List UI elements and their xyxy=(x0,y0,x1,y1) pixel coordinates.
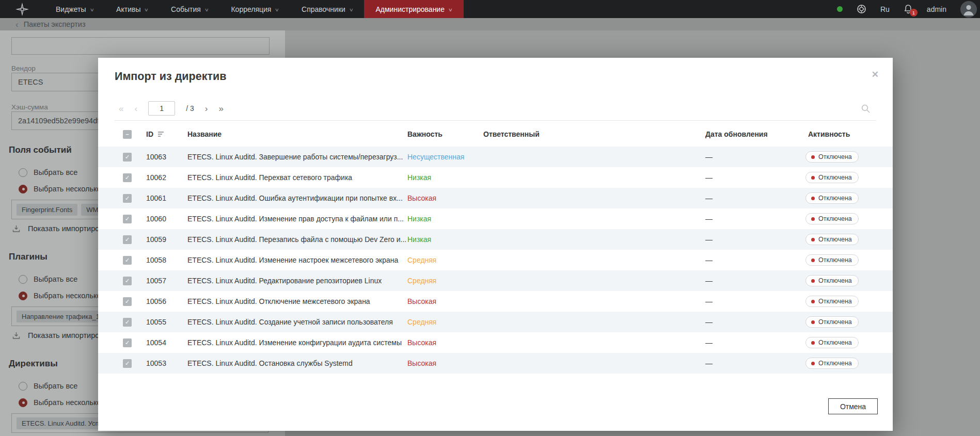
status-badge: Отключена xyxy=(805,254,859,266)
status-dot-icon xyxy=(811,155,815,159)
row-severity: Высокая xyxy=(407,297,483,305)
avatar[interactable] xyxy=(960,1,977,18)
table-row[interactable]: ✓ 10062 ETECS. Linux Auditd. Перехват се… xyxy=(98,167,893,188)
row-checkbox[interactable]: ✓ xyxy=(123,297,132,306)
table-row[interactable]: ✓ 10059 ETECS. Linux Auditd. Перезапись … xyxy=(98,229,893,250)
row-checkbox[interactable]: ✓ xyxy=(123,359,132,368)
row-name: ETECS. Linux Auditd. Отключение межсетев… xyxy=(187,297,407,305)
row-checkbox[interactable]: ✓ xyxy=(123,173,132,182)
status-label: Отключена xyxy=(818,195,852,202)
row-id: 10061 xyxy=(146,194,187,202)
nav-item-label: Виджеты xyxy=(56,5,86,13)
page-number-input[interactable] xyxy=(148,101,175,116)
row-name: ETECS. Linux Auditd. Остановка службы Sy… xyxy=(187,359,407,367)
row-checkbox[interactable]: ✓ xyxy=(123,194,132,203)
row-checkbox[interactable]: ✓ xyxy=(123,215,132,223)
header-id[interactable]: ID xyxy=(146,130,153,138)
chevron-down-icon: ∨ xyxy=(349,7,354,12)
table-row[interactable]: ✓ 10057 ETECS. Linux Auditd. Редактирова… xyxy=(98,270,893,291)
row-name: ETECS. Linux Auditd. Ошибка аутентификац… xyxy=(187,194,407,202)
table-row[interactable]: ✓ 10055 ETECS. Linux Auditd. Создание уч… xyxy=(98,312,893,332)
header-activity[interactable]: Активность xyxy=(803,130,872,138)
row-updated: — xyxy=(705,318,803,326)
row-id: 10053 xyxy=(146,359,187,367)
first-page-button[interactable]: « xyxy=(119,104,123,113)
row-updated: — xyxy=(705,256,803,264)
nav-menu-item[interactable]: События ∨ xyxy=(160,0,219,18)
row-name: ETECS. Linux Auditd. Изменение конфигура… xyxy=(187,338,407,347)
chevron-down-icon: ∨ xyxy=(89,7,94,12)
row-name: ETECS. Linux Auditd. Завершение работы с… xyxy=(187,153,407,161)
nav-menu-item[interactable]: Корреляция ∨ xyxy=(219,0,290,18)
prev-page-button[interactable]: ‹ xyxy=(134,104,137,113)
table-row[interactable]: ✓ 10056 ETECS. Linux Auditd. Отключение … xyxy=(98,291,893,312)
status-label: Отключена xyxy=(818,153,852,160)
table-row[interactable]: ✓ 10060 ETECS. Linux Auditd. Изменение п… xyxy=(98,208,893,229)
header-name[interactable]: Название xyxy=(187,130,407,138)
row-id: 10058 xyxy=(146,256,187,264)
compass-logo-icon xyxy=(15,3,29,16)
row-updated: — xyxy=(705,215,803,223)
search-button[interactable] xyxy=(861,104,870,115)
app-logo[interactable] xyxy=(0,0,44,18)
row-name: ETECS. Linux Auditd. Редактирование репо… xyxy=(187,277,407,285)
row-updated: — xyxy=(705,194,803,202)
status-badge: Отключена xyxy=(805,296,859,307)
status-dot-icon xyxy=(811,176,815,180)
row-updated: — xyxy=(705,173,803,182)
last-page-button[interactable]: » xyxy=(218,104,223,113)
row-checkbox[interactable]: ✓ xyxy=(123,318,132,327)
close-icon[interactable]: ✕ xyxy=(872,70,879,79)
table-row[interactable]: ✓ 10058 ETECS. Linux Auditd. Изменение н… xyxy=(98,250,893,270)
nav-item-label: Справочники xyxy=(302,5,345,13)
nav-menu-item[interactable]: Справочники ∨ xyxy=(290,0,364,18)
online-status-icon xyxy=(837,6,843,12)
header-owner[interactable]: Ответственный xyxy=(483,130,705,138)
page-total: / 3 xyxy=(186,104,194,112)
status-dot-icon xyxy=(811,300,815,303)
status-dot-icon xyxy=(811,320,815,324)
nav-menu-item[interactable]: Администрирование ∨ xyxy=(364,0,463,18)
status-badge: Отключена xyxy=(805,316,859,328)
next-page-button[interactable]: › xyxy=(205,104,208,113)
status-label: Отключена xyxy=(818,318,852,326)
sort-icon[interactable] xyxy=(158,132,164,137)
header-updated[interactable]: Дата обновления xyxy=(705,130,803,138)
row-id: 10055 xyxy=(146,318,187,326)
row-severity: Несущественная xyxy=(407,153,483,161)
language-switcher[interactable]: Ru xyxy=(880,5,890,13)
nav-menu-item[interactable]: Активы ∨ xyxy=(105,0,160,18)
table-top-divider xyxy=(115,120,876,121)
row-checkbox[interactable]: ✓ xyxy=(123,235,132,244)
help-icon[interactable] xyxy=(857,4,866,14)
chevron-down-icon: ∨ xyxy=(144,7,149,12)
chevron-down-icon: ∨ xyxy=(204,7,209,12)
row-checkbox[interactable]: ✓ xyxy=(123,153,132,162)
status-badge: Отключена xyxy=(805,151,859,163)
row-checkbox[interactable]: ✓ xyxy=(123,338,132,347)
row-name: ETECS. Linux Auditd. Изменение настроек … xyxy=(187,256,407,264)
username[interactable]: admin xyxy=(927,5,946,13)
nav-menu: Виджеты ∨ Активы ∨ События ∨ Корреляция … xyxy=(44,0,464,18)
row-name: ETECS. Linux Auditd. Перезапись файла с … xyxy=(187,235,407,244)
row-severity: Средняя xyxy=(407,277,483,285)
table-row[interactable]: ✓ 10053 ETECS. Linux Auditd. Остановка с… xyxy=(98,353,893,374)
header-severity[interactable]: Важность xyxy=(407,130,483,138)
row-severity: Средняя xyxy=(407,318,483,326)
row-id: 10062 xyxy=(146,173,187,182)
nav-menu-item[interactable]: Виджеты ∨ xyxy=(44,0,105,18)
table-row[interactable]: ✓ 10061 ETECS. Linux Auditd. Ошибка ауте… xyxy=(98,188,893,208)
table-row[interactable]: ✓ 10054 ETECS. Linux Auditd. Изменение к… xyxy=(98,332,893,353)
notifications-badge: 1 xyxy=(910,9,918,17)
status-dot-icon xyxy=(811,197,815,200)
select-all-checkbox[interactable]: – xyxy=(123,130,132,139)
row-severity: Высокая xyxy=(407,194,483,202)
notifications-button[interactable]: 1 xyxy=(904,4,913,14)
cancel-button[interactable]: Отмена xyxy=(828,398,878,414)
row-checkbox[interactable]: ✓ xyxy=(123,256,132,265)
status-badge: Отключена xyxy=(805,358,859,369)
status-label: Отключена xyxy=(818,174,852,181)
row-checkbox[interactable]: ✓ xyxy=(123,277,132,285)
table-row[interactable]: ✓ 10063 ETECS. Linux Auditd. Завершение … xyxy=(98,147,893,167)
nav-right-cluster: Ru 1 admin xyxy=(837,0,980,18)
